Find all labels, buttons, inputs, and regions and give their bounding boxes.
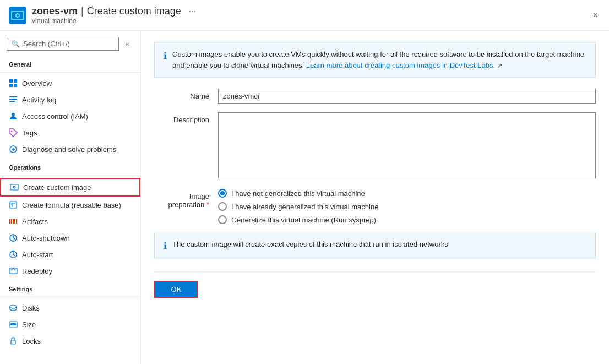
header-subtitle: virtual machine [32,17,196,25]
svg-point-12 [12,113,15,116]
sidebar-item-activity-log[interactable]: Activity log [0,91,140,108]
svg-rect-30 [10,323,16,325]
sidebar: 🔍 Search (Ctrl+/) « General Overview Act… [0,31,141,364]
size-icon [9,320,18,329]
artifacts-icon [9,217,18,226]
name-label: Name [154,89,209,100]
diagnose-label: Diagnose and solve problems [22,145,116,154]
radio-generalize-sysprep[interactable]: Generalize this virtual machine (Run sys… [218,215,596,224]
radio-not-generalized-label: I have not generalized this virtual mach… [231,189,365,198]
disks-label: Disks [22,304,40,312]
info-banner: ℹ Custom images enable you to create VMs… [154,42,596,78]
radio-already-generalized[interactable]: I have already generalized this virtual … [218,202,596,211]
radio-not-generalized-circle [218,189,227,198]
activity-log-icon [9,95,18,104]
vm-name: zones-vm [32,6,78,17]
sidebar-item-size[interactable]: Size [0,316,140,333]
svg-rect-11 [9,101,15,102]
header-separator: | [81,6,84,17]
svg-rect-5 [9,79,13,83]
search-icon: 🔍 [12,40,20,48]
description-label: Description [154,112,209,124]
svg-rect-10 [9,99,17,100]
svg-rect-19 [11,203,15,204]
disks-icon [9,303,18,312]
svg-point-28 [10,305,17,308]
create-formula-icon [9,200,18,209]
sidebar-item-access-control[interactable]: Access control (IAM) [0,108,140,124]
required-marker: * [206,200,209,209]
svg-rect-21 [11,219,12,224]
svg-rect-27 [9,268,17,274]
info-box-bottom: ℹ The custom image will create exact cop… [154,233,596,258]
sidebar-item-tags[interactable]: Tags [0,124,140,141]
sidebar-item-diagnose[interactable]: Diagnose and solve problems [0,141,140,157]
content-area: ℹ Custom images enable you to create VMs… [141,31,609,364]
radio-not-generalized[interactable]: I have not generalized this virtual mach… [218,189,596,198]
sidebar-item-disks[interactable]: Disks [0,300,140,316]
collapse-button[interactable]: « [121,35,134,52]
activity-log-label: Activity log [22,96,56,104]
sidebar-item-auto-shutdown[interactable]: Auto-shutdown [0,230,140,246]
redeploy-icon [9,267,18,275]
diagnose-icon [9,145,18,154]
search-box[interactable]: 🔍 Search (Ctrl+/) [7,37,119,51]
redeploy-label: Redeploy [22,267,52,275]
page-title: Create custom image [87,6,181,17]
svg-rect-18 [10,202,17,208]
size-label: Size [22,320,36,329]
auto-start-icon [9,250,18,259]
svg-rect-31 [11,340,15,344]
artifacts-label: Artifacts [22,218,48,226]
sidebar-item-create-custom-image[interactable]: Create custom image [0,178,140,197]
sidebar-item-create-formula[interactable]: Create formula (reusable base) [0,197,140,213]
tags-icon [9,128,18,137]
locks-icon [9,336,18,345]
header: zones-vm | Create custom image ··· virtu… [0,0,609,31]
sidebar-item-auto-start[interactable]: Auto-start [0,246,140,263]
tags-label: Tags [22,129,37,137]
search-placeholder: Search (Ctrl+/) [23,40,70,48]
info-banner-link[interactable]: Learn more about creating custom images … [306,61,495,69]
ok-button[interactable]: OK [154,281,198,298]
auto-shutdown-label: Auto-shutdown [22,234,70,242]
description-input[interactable] [218,112,596,178]
svg-rect-6 [14,79,17,83]
form-footer: OK [154,271,596,298]
access-control-icon [9,112,18,121]
sidebar-item-redeploy[interactable]: Redeploy [0,263,140,279]
radio-generalize-sysprep-circle [218,215,227,224]
info-box-bottom-text: The custom image will create exact copie… [172,240,448,251]
auto-shutdown-icon [9,233,18,242]
svg-point-4 [17,14,19,17]
overview-icon [9,79,18,88]
external-link-icon: ↗ [497,62,502,69]
close-button[interactable]: × [591,8,600,23]
svg-rect-9 [9,96,17,97]
sidebar-item-locks[interactable]: Locks [0,333,140,349]
radio-already-generalized-circle [218,202,227,211]
ellipsis-menu[interactable]: ··· [189,7,196,17]
access-control-label: Access control (IAM) [22,112,88,121]
image-preparation-label: Image preparation * [154,189,209,209]
radio-group: I have not generalized this virtual mach… [218,189,596,224]
section-operations: Operations [0,157,140,173]
vm-icon [9,7,26,24]
section-settings: Settings [0,279,140,295]
name-input[interactable] [218,89,596,104]
svg-rect-7 [9,84,13,87]
create-custom-image-label: Create custom image [23,183,91,192]
svg-rect-20 [9,219,10,224]
svg-point-13 [11,131,13,132]
header-title-group: zones-vm | Create custom image ··· virtu… [32,6,196,25]
create-custom-image-icon [10,183,19,192]
sidebar-item-overview[interactable]: Overview [0,75,140,91]
section-general: General [0,55,140,70]
svg-point-17 [14,187,15,188]
svg-rect-23 [14,219,15,224]
description-row: Description [154,112,596,180]
svg-rect-24 [16,219,17,224]
locks-label: Locks [22,337,41,345]
sidebar-item-artifacts[interactable]: Artifacts [0,213,140,230]
radio-already-generalized-label: I have already generalized this virtual … [231,203,378,211]
